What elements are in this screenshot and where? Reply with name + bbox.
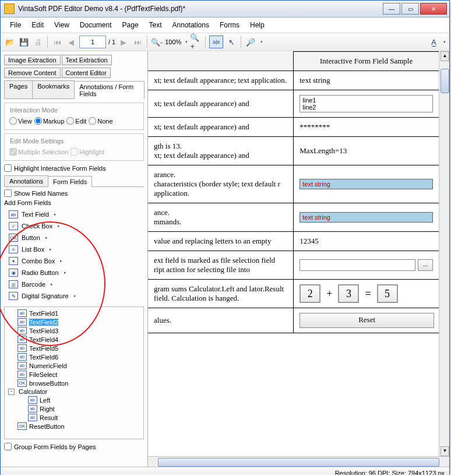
- find-icon[interactable]: 🔎: [245, 36, 256, 48]
- menu-edit[interactable]: Edit: [27, 20, 48, 30]
- tree-node-icon: OK: [17, 379, 27, 387]
- browse-button[interactable]: ...: [418, 259, 433, 271]
- tree-item-fileselect[interactable]: abFileSelect: [6, 370, 142, 379]
- tree-node-label: TextField2: [29, 319, 58, 326]
- calc-op: +: [326, 288, 332, 300]
- tab-pages[interactable]: Pages: [4, 80, 33, 98]
- tree-toggle-icon[interactable]: −: [8, 389, 15, 395]
- subtab-annotations[interactable]: Annotations: [4, 175, 48, 186]
- content-editor-button[interactable]: Content Editor: [62, 68, 111, 78]
- tree-node-icon: ab: [17, 344, 27, 352]
- minimize-button[interactable]: —: [383, 3, 400, 15]
- tree-item-textfield4[interactable]: abTextField4: [6, 335, 142, 344]
- menu-help[interactable]: Help: [245, 20, 269, 30]
- reset-button[interactable]: Reset: [300, 313, 434, 328]
- subtab-form-fields[interactable]: Form Fields: [48, 176, 92, 187]
- tree-item-browsebutton[interactable]: OKbrowseButton: [6, 379, 142, 387]
- image-extraction-button[interactable]: Image Extraction: [4, 55, 61, 65]
- tree-item-textfield1[interactable]: abTextField1: [6, 309, 142, 318]
- add-text-field[interactable]: abText Field▸: [6, 209, 144, 220]
- menu-annotations[interactable]: Annotations: [168, 20, 214, 30]
- field-menu-label: Combo Box: [22, 258, 55, 265]
- tree-item-left[interactable]: abLeft: [6, 396, 142, 404]
- text-field-sample[interactable]: text string: [300, 212, 433, 223]
- maximize-button[interactable]: ▭: [401, 3, 419, 15]
- tree-item-calculator[interactable]: −Calculator: [6, 387, 142, 396]
- tree-item-textfield3[interactable]: abTextField3: [6, 326, 142, 335]
- add-barcode[interactable]: |||Barcode▸: [6, 278, 144, 290]
- menu-forms[interactable]: Forms: [215, 20, 244, 30]
- chevron-right-icon: ▸: [74, 294, 76, 298]
- help-icon[interactable]: A̲: [428, 36, 439, 48]
- text-field-icon: ab: [9, 210, 18, 218]
- tree-node-label: TextField5: [29, 345, 58, 352]
- combo-box-icon: ▾: [9, 257, 18, 265]
- tab-annotations-form-fields[interactable]: Annotations / Form Fields: [74, 81, 145, 99]
- chevron-right-icon: ▸: [60, 259, 62, 263]
- interaction-none-radio[interactable]: None: [89, 117, 112, 125]
- prev-page-icon[interactable]: ◀: [65, 36, 77, 48]
- tree-item-resetbutton[interactable]: OKResetButton: [6, 422, 142, 431]
- sample-cell: 2+3=5: [294, 280, 439, 308]
- text-field-sample[interactable]: line1line2: [300, 95, 433, 112]
- pointer-tool-icon[interactable]: ↖: [225, 36, 237, 48]
- save-icon[interactable]: 💾: [18, 36, 30, 48]
- sample-cell: text string: [294, 203, 439, 232]
- tree-item-numericfield[interactable]: abNumericField: [6, 361, 142, 370]
- first-page-icon[interactable]: ⏮: [51, 36, 63, 48]
- menu-view[interactable]: View: [50, 20, 74, 30]
- select-text-tool-icon[interactable]: a|e: [209, 36, 223, 48]
- document-area: Interactive Form Field Sample xt; text d…: [148, 51, 449, 467]
- interaction-edit-radio[interactable]: Edit: [66, 117, 86, 125]
- add-check-box[interactable]: ✓Check Box▸: [6, 220, 144, 232]
- button-icon: OK: [9, 234, 18, 242]
- text-field-sample[interactable]: text string: [300, 179, 433, 189]
- file-path-input[interactable]: [300, 259, 415, 271]
- horizontal-scrollbar[interactable]: [148, 456, 449, 467]
- page-number-input[interactable]: [79, 36, 106, 48]
- next-page-icon[interactable]: ▶: [118, 36, 129, 48]
- tree-node-icon: OK: [17, 422, 27, 430]
- add-button[interactable]: OKButton▸: [6, 232, 144, 244]
- open-icon[interactable]: 📂: [4, 36, 16, 48]
- interaction-markup-radio[interactable]: Markup: [34, 117, 65, 125]
- vertical-scrollbar[interactable]: ▲ ▼: [439, 51, 449, 456]
- add-digital-signature[interactable]: ✎Digital Signature▸: [6, 290, 144, 302]
- highlight-form-fields-checkbox[interactable]: [4, 164, 12, 172]
- add-list-box[interactable]: ≡List Box▸: [6, 244, 144, 255]
- menu-file[interactable]: File: [5, 20, 26, 30]
- description-cell: gth is 13.xt; text default appearance) a…: [148, 137, 294, 165]
- menu-page[interactable]: Page: [118, 20, 143, 30]
- add-combo-box[interactable]: ▾Combo Box▸: [6, 255, 144, 267]
- add-radio-button[interactable]: ◉Radio Button▸: [6, 267, 144, 278]
- tree-node-icon: ab: [17, 353, 27, 361]
- group-by-pages-checkbox[interactable]: [4, 443, 12, 450]
- tree-item-right[interactable]: abRight: [6, 404, 142, 413]
- menu-document[interactable]: Document: [75, 20, 117, 30]
- text-extraction-button[interactable]: Text Extraction: [62, 55, 112, 65]
- print-icon[interactable]: 🖨: [32, 36, 44, 48]
- close-button[interactable]: ✕: [420, 3, 447, 15]
- zoom-in-icon[interactable]: 🔍+: [190, 36, 202, 48]
- form-fields-tree[interactable]: abTextField1abTextField2abTextField3abTe…: [4, 306, 144, 439]
- remove-content-button[interactable]: Remove Content: [4, 68, 61, 78]
- tree-item-textfield6[interactable]: abTextField6: [6, 352, 142, 361]
- interaction-view-radio[interactable]: View: [9, 117, 32, 125]
- tree-item-textfield2[interactable]: abTextField2: [6, 318, 142, 326]
- last-page-icon[interactable]: ⏭: [132, 36, 143, 48]
- chevron-right-icon: ▸: [51, 282, 53, 287]
- highlight-checkbox: Highlight: [71, 148, 104, 156]
- zoom-out-icon[interactable]: 🔍-: [151, 36, 163, 48]
- show-field-names-checkbox[interactable]: [4, 189, 12, 197]
- description-cell: xt; text default appearance) and: [148, 118, 294, 137]
- calc-right-input[interactable]: 3: [338, 284, 359, 303]
- menu-text[interactable]: Text: [145, 20, 167, 30]
- tree-item-result[interactable]: abResult: [6, 413, 142, 422]
- description-cell: gram sums Calculator.Left and lator.Resu…: [148, 280, 294, 308]
- toolbar: 📂 💾 🖨 ⏮ ◀ / 1 ▶ ⏭ 🔍- 100%▾ 🔍+ a|e ↖ 🔎▾ A…: [1, 33, 449, 51]
- tab-bookmarks[interactable]: Bookmarks: [32, 80, 75, 98]
- calc-left-input[interactable]: 2: [300, 284, 320, 303]
- tree-node-label: TextField4: [29, 336, 58, 343]
- group-by-pages-label: Group Form Fields by Pages: [14, 443, 96, 450]
- tree-item-textfield5[interactable]: abTextField5: [6, 344, 142, 352]
